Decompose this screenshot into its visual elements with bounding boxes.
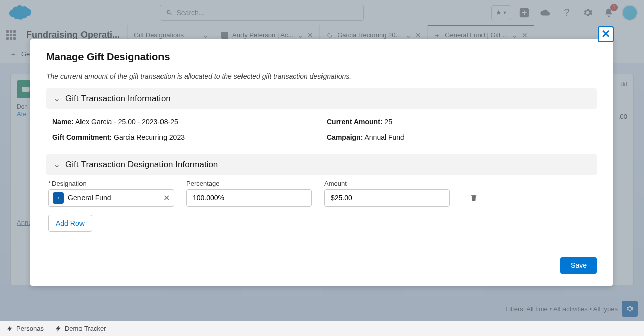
modal-title: Manage Gift Designations [30,39,613,67]
clear-icon[interactable]: ✕ [163,193,170,203]
campaign-value: Annual Fund [364,133,404,141]
modal-close-button[interactable]: ✕ [598,26,614,42]
section-header[interactable]: ⌄ Gift Transaction Designation Informati… [46,154,597,175]
utility-bar: Personas Demo Tracker [0,321,644,336]
modal-subtitle: The current amount of the gift transacti… [30,67,613,88]
designation-field: Designation General Fund ✕ [48,180,174,207]
percentage-label: Percentage [186,180,312,188]
trash-icon [470,194,478,202]
commitment-value: Garcia Recurring 2023 [114,133,185,141]
percentage-input[interactable] [186,189,312,207]
commitment-field: Gift Commitment: Garcia Recurring 2023 [52,133,316,141]
modal-footer: Save [46,248,597,286]
name-field: Name: Alex Garcia - 25.00 - 2023-08-25 [52,118,316,126]
amount-label: Amount [324,180,450,188]
bolt-icon [55,325,62,332]
section-title: Gift Transaction Information [65,94,171,104]
util-label: Demo Tracker [65,325,106,332]
amount-label: Current Amount: [327,118,382,126]
current-amount-field: Current Amount: 25 [327,118,591,126]
section-header[interactable]: ⌄ Gift Transaction Information [46,88,597,109]
demo-tracker-util[interactable]: Demo Tracker [55,325,106,332]
util-label: Personas [16,325,44,332]
add-row-button[interactable]: Add Row [48,215,92,232]
designation-row: Designation General Fund ✕ Percentage Am… [46,175,597,209]
save-button[interactable]: Save [560,257,597,274]
designation-value: General Fund [68,194,111,202]
amount-field: Amount [324,180,450,207]
chevron-down-icon: ⌄ [53,93,60,104]
delete-row-button[interactable] [466,189,482,207]
amount-input[interactable] [324,189,450,207]
campaign-field: Campaign: Annual Fund [327,133,591,141]
gift-transaction-info-section: ⌄ Gift Transaction Information Name: Ale… [46,88,597,146]
campaign-label: Campaign: [327,133,363,141]
designation-lookup[interactable]: General Fund ✕ [48,189,174,207]
percentage-field: Percentage [186,180,312,207]
section-title: Gift Transaction Designation Information [65,160,218,170]
personas-util[interactable]: Personas [6,325,44,332]
commitment-label: Gift Commitment: [52,133,112,141]
name-value: Alex Garcia - 25.00 - 2023-08-25 [75,118,178,126]
designation-icon [53,192,64,204]
name-label: Name: [52,118,74,126]
close-icon: ✕ [601,28,610,41]
designation-info-section: ⌄ Gift Transaction Designation Informati… [46,154,597,240]
chevron-down-icon: ⌄ [53,159,60,170]
amount-value: 25 [384,118,392,126]
designation-label: Designation [48,180,174,188]
manage-designations-modal: ✕ Manage Gift Designations The current a… [30,39,613,286]
bolt-icon [6,325,13,332]
